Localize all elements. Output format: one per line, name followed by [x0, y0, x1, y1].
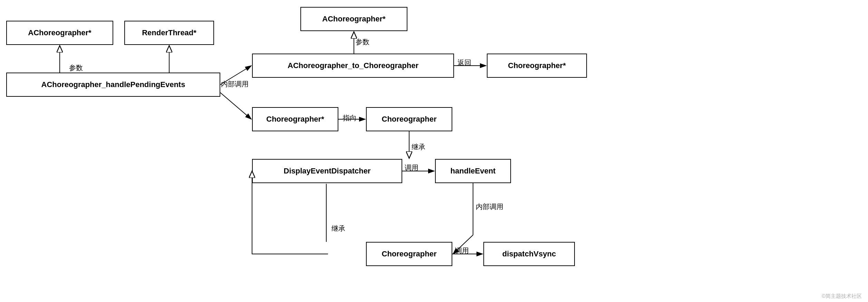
box-dispatch-vsync: dispatchVsync [483, 242, 575, 266]
box-ahandle-pending: AChoreographer_handlePendingEvents [6, 73, 220, 97]
label-inherit1: 继承 [412, 142, 425, 152]
label-call1: 调用 [405, 163, 418, 172]
box-choreographer-bottom: Choreographer [366, 242, 452, 266]
label-params1: 参数 [69, 63, 83, 73]
diagram: AChoreographer* RenderThread* AChoreogra… [0, 0, 868, 302]
svg-line-8 [220, 93, 251, 119]
label-params2: 参数 [356, 37, 369, 47]
box-achoreographer-to-choreographer: AChoreographer_to_Choreographer [252, 54, 454, 78]
label-neicall1: 内部调用 [221, 79, 249, 89]
box-display-event-dispatcher: DisplayEventDispatcher [252, 159, 402, 183]
watermark: ©简主题技术社区 [822, 293, 862, 300]
label-neicall2: 内部调用 [476, 202, 503, 211]
label-return: 返回 [457, 58, 471, 67]
box-achoreographer-left: AChoreographer* [6, 21, 113, 45]
box-achoreographer-top: AChoreographer* [300, 7, 407, 31]
label-inherit2: 继承 [331, 224, 345, 233]
box-handle-event: handleEvent [435, 159, 511, 183]
box-choreographer-star-left: Choreographer* [252, 107, 338, 131]
label-call2: 调用 [455, 246, 469, 255]
svg-line-16 [252, 184, 326, 242]
box-choreographer-star-right: Choreographer* [487, 54, 587, 78]
box-renderthread: RenderThread* [124, 21, 214, 45]
label-point: 指向 [343, 113, 357, 123]
box-choreographer-mid: Choreographer [366, 107, 452, 131]
